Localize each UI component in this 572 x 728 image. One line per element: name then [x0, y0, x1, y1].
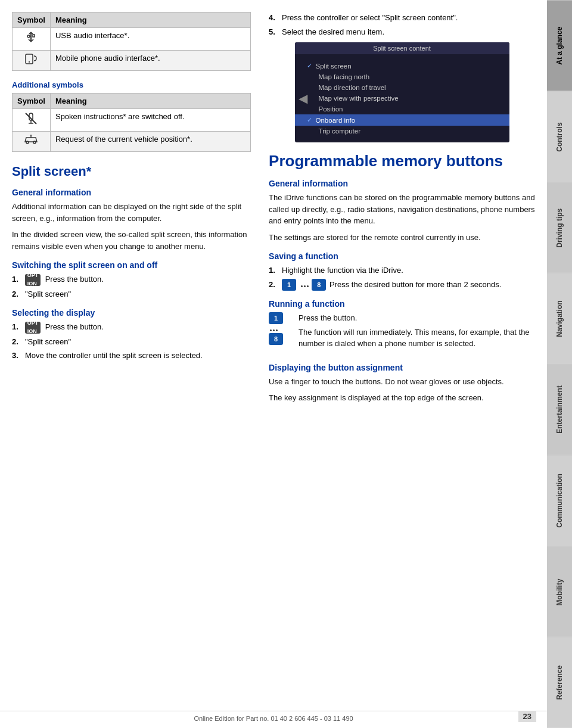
- running-title: Running a function: [269, 299, 535, 309]
- nav-screenshot: Split screen content ◀ ✓ Split screen Ma…: [295, 42, 509, 142]
- general-info-text1: Additional information can be displayed …: [12, 201, 251, 224]
- sidebar: At a glance Controls Driving tips Naviga…: [547, 0, 572, 728]
- meaning-mic-off: Spoken instructions* are switched off.: [50, 109, 250, 132]
- step-3-select: 3. Move the controller until the split s…: [12, 350, 251, 362]
- svg-point-12: [33, 141, 36, 144]
- table-row: USB audio interface*.: [13, 28, 251, 51]
- symbol-phone: [13, 51, 51, 71]
- svg-point-11: [26, 141, 29, 144]
- page-number: 23: [518, 711, 536, 722]
- meaning-phone: Mobile phone audio interface*.: [50, 51, 250, 71]
- svg-rect-2: [33, 35, 35, 37]
- nav-title-bar: Split screen content: [295, 42, 509, 54]
- nav-item-onboard-info: ✓ Onboard info: [295, 114, 509, 126]
- programmable-general-text1: The iDrive functions can be stored on th…: [269, 192, 535, 227]
- nav-screenshot-wrapper: Split screen content ◀ ✓ Split screen Ma…: [295, 42, 509, 142]
- displaying-text1: Use a finger to touch the buttons. Do no…: [269, 376, 535, 388]
- option-button-icon-2: OPTION: [25, 322, 41, 334]
- programmable-section-title: Programmable memory buttons: [269, 152, 535, 170]
- symbol-mic-off: [13, 109, 51, 132]
- footer-text: Online Edition for Part no. 01 40 2 606 …: [194, 715, 353, 722]
- displaying-title: Displaying the button assignment: [269, 363, 535, 372]
- nav-item-map-north: Map facing north: [295, 71, 509, 82]
- table-row: Mobile phone audio interface*.: [13, 51, 251, 71]
- save-step-1: 1. Highlight the function via the iDrive…: [269, 265, 535, 276]
- dots-icon: [301, 285, 309, 287]
- table-row: Spoken instructions* are switched off.: [13, 109, 251, 132]
- running-text1: Press the button.: [299, 312, 535, 324]
- nav-item-trip-computer: Trip computer: [295, 126, 509, 136]
- split-screen-title: Split screen*: [12, 164, 251, 179]
- run-dots-icon: [270, 329, 278, 331]
- meaning-usb: USB audio interface*.: [50, 28, 250, 51]
- sidebar-tab-driving-tips[interactable]: Driving tips: [547, 182, 572, 273]
- sidebar-tab-reference[interactable]: Reference: [547, 637, 572, 728]
- general-info-title-left: General information: [12, 188, 251, 197]
- sidebar-tab-navigation[interactable]: Navigation: [547, 273, 572, 364]
- symbol-header: Symbol: [13, 13, 51, 28]
- step-2-select: 2. "Split screen": [12, 336, 251, 348]
- run-button-1-icon: 1: [269, 312, 283, 324]
- additional-symbols-table: Symbol Meaning: [12, 93, 251, 152]
- saving-title: Saving a function: [269, 251, 535, 261]
- add-meaning-header: Meaning: [50, 94, 250, 109]
- table-row: Request of the current vehicle position*…: [13, 132, 251, 152]
- meaning-car-position: Request of the current vehicle position*…: [50, 132, 250, 152]
- step-1-switch: 1. OPTION Press the button.: [12, 273, 251, 286]
- sidebar-tab-controls[interactable]: Controls: [547, 91, 572, 182]
- additional-symbols-label: Additional symbols: [12, 80, 251, 89]
- nav-menu: ✓ Split screen Map facing north Map dire…: [295, 58, 509, 139]
- running-text2: The function will run immediately. This …: [299, 326, 535, 350]
- nav-item-split-screen: ✓ Split screen: [295, 60, 509, 71]
- mem-button-1-icon: 1: [282, 279, 296, 291]
- svg-point-1: [27, 35, 30, 38]
- run-button-8-icon: 8: [269, 333, 283, 345]
- sidebar-tab-at-a-glance[interactable]: At a glance: [547, 0, 572, 91]
- step-1-select: 1. OPTION Press the button.: [12, 321, 251, 334]
- symbol-car-position: [13, 132, 51, 152]
- svg-point-7: [29, 61, 30, 63]
- symbol-usb: [13, 28, 51, 51]
- general-info-title-right: General information: [269, 179, 535, 188]
- selecting-title: Selecting the display: [12, 308, 251, 318]
- step-2-switch: 2. "Split screen": [12, 288, 251, 300]
- option-button-icon: OPTION: [25, 274, 41, 286]
- programmable-general-text2: The settings are stored for the remote c…: [269, 232, 535, 244]
- step-4-split: 4. Press the controller or select "Split…: [269, 12, 535, 24]
- sidebar-tab-mobility[interactable]: Mobility: [547, 546, 572, 637]
- save-step-2: 2. 1 8 Press the desired button for more…: [269, 279, 535, 291]
- nav-item-map-direction: Map direction of travel: [295, 82, 509, 93]
- sidebar-tab-entertainment[interactable]: Entertainment: [547, 364, 572, 455]
- displaying-text2: The key assignment is displayed at the t…: [269, 392, 535, 404]
- step-5-split: 5. Select the desired menu item.: [269, 26, 535, 38]
- meaning-header: Meaning: [50, 13, 250, 28]
- add-symbol-header: Symbol: [13, 94, 51, 109]
- general-info-text2: In the divided screen view, the so-calle…: [12, 229, 251, 252]
- sidebar-tab-communication[interactable]: Communication: [547, 455, 572, 546]
- switching-title: Switching the split screen on and off: [12, 260, 251, 270]
- symbols-table: Symbol Meaning: [12, 12, 251, 71]
- nav-item-position: Position: [295, 104, 509, 114]
- page-footer: Online Edition for Part no. 01 40 2 606 …: [0, 711, 547, 722]
- mem-button-8-icon: 8: [312, 279, 326, 291]
- svg-point-14: [30, 135, 32, 136]
- nav-item-map-perspective: Map view with perspective: [295, 93, 509, 104]
